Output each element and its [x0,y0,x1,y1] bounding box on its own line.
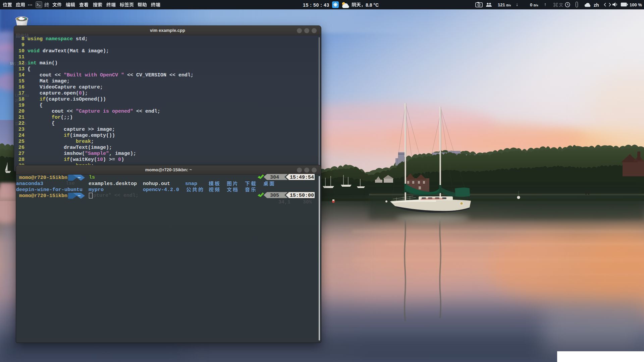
svg-text:304: 304 [270,175,279,180]
svg-text:~: ~ [77,193,80,199]
svg-text:15:49:54: 15:49:54 [290,175,314,180]
svg-text:15:50:00: 15:50:00 [290,193,314,198]
svg-text:~: ~ [77,175,80,181]
svg-text:305: 305 [270,193,279,198]
